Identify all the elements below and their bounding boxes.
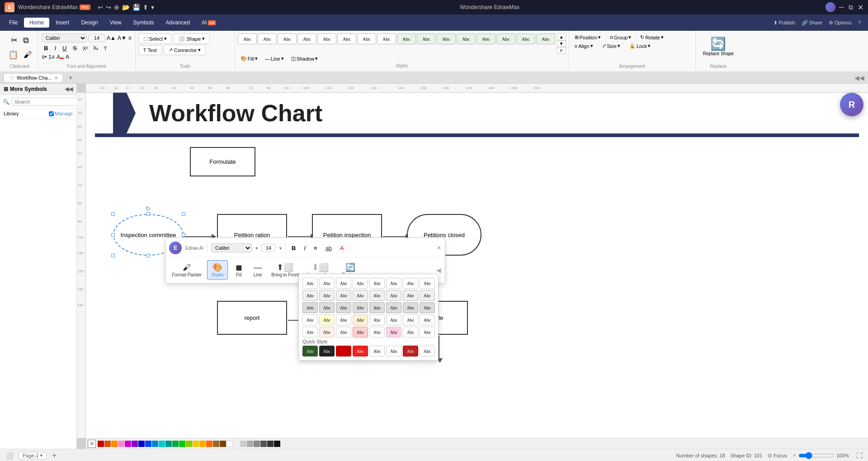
- float-underline[interactable]: ab: [323, 244, 334, 252]
- canvas-area[interactable]: -20 -10 0 10 20 30 40 50 60 70 80 90 100…: [77, 84, 868, 449]
- menu-home[interactable]: Home: [24, 18, 49, 28]
- float-font-size[interactable]: [261, 244, 276, 252]
- add-tab-btn[interactable]: +: [65, 72, 76, 83]
- add-page-btn[interactable]: +: [52, 451, 56, 460]
- float-text-color[interactable]: A: [338, 244, 346, 252]
- float-font-select[interactable]: Calibri: [211, 243, 252, 252]
- undo-btn[interactable]: ↩: [98, 4, 103, 11]
- style-cell-6[interactable]: Abc: [337, 33, 356, 44]
- style-cell-12[interactable]: Abc: [457, 33, 476, 44]
- color-white[interactable]: [226, 441, 233, 447]
- style-cell-1[interactable]: Abc: [238, 33, 257, 44]
- qs-r5c8[interactable]: Abc: [420, 327, 435, 337]
- user-avatar[interactable]: [826, 2, 835, 12]
- fill-btn[interactable]: 🎨Fill▾: [238, 55, 260, 62]
- shadow-btn[interactable]: ◫Shadow▾: [288, 55, 321, 62]
- edraw-ai-icon[interactable]: E: [169, 242, 182, 254]
- position-btn[interactable]: ⊞Position▾: [572, 33, 604, 41]
- qs-r2c5[interactable]: Abc: [369, 290, 385, 301]
- color-cyan[interactable]: [159, 441, 165, 447]
- format-painter-btn[interactable]: 🖌 Format Painter: [169, 261, 204, 279]
- qs-r4c8[interactable]: Abc: [420, 314, 435, 325]
- qs-r1c5[interactable]: Abc: [369, 278, 385, 289]
- new-tab-btn[interactable]: ⊕: [114, 4, 119, 11]
- qs-r6c5[interactable]: Abc: [369, 346, 385, 356]
- format-paste-btn[interactable]: 🖌: [22, 48, 33, 62]
- qs-r6c7[interactable]: Abc: [403, 346, 418, 356]
- menu-ai[interactable]: AI hot: [196, 18, 221, 28]
- save-btn[interactable]: 💾: [132, 4, 140, 11]
- qs-r4c5[interactable]: Abc: [369, 314, 385, 325]
- qs-r4c1[interactable]: Abc: [302, 314, 318, 325]
- float-bold[interactable]: B: [289, 244, 298, 252]
- style-cell-15[interactable]: Abc: [516, 33, 535, 44]
- more-btn[interactable]: ▾: [151, 4, 154, 11]
- cut-btn[interactable]: ✂: [9, 33, 19, 47]
- text-align-btn[interactable]: ≡: [128, 35, 132, 41]
- highlight-btn[interactable]: A: [66, 54, 69, 60]
- collapse-left-btn[interactable]: ◀◀: [65, 86, 73, 92]
- style-cell-11[interactable]: Abc: [437, 33, 456, 44]
- qs-r5c1[interactable]: Abc: [302, 327, 318, 337]
- qs-r4c6[interactable]: Abc: [386, 314, 401, 325]
- color-lgray2[interactable]: [240, 441, 246, 447]
- style-cell-10[interactable]: Abc: [417, 33, 436, 44]
- color-red2[interactable]: [104, 441, 111, 447]
- doc-tab[interactable]: 📄 Workflow Cha... ✕: [4, 73, 63, 82]
- group-btn[interactable]: ⧈Group▾: [607, 33, 634, 41]
- paste-btn[interactable]: 📋: [6, 48, 20, 62]
- page-label[interactable]: Page-1 ▾: [19, 452, 47, 459]
- minimize-btn[interactable]: ─: [839, 3, 844, 11]
- qs-r3c7[interactable]: Abc: [403, 302, 418, 313]
- color-gray1[interactable]: [247, 441, 253, 447]
- collapse-toolbar-btn[interactable]: ◀: [436, 266, 441, 274]
- qs-r6c1[interactable]: Abc: [302, 346, 318, 356]
- color-black[interactable]: [274, 441, 280, 447]
- menu-file[interactable]: File: [4, 18, 23, 28]
- qs-r4c3[interactable]: Abc: [336, 314, 351, 325]
- strikethrough-btn[interactable]: S: [71, 44, 79, 52]
- qs-r6c6[interactable]: Abc: [386, 346, 401, 356]
- color-green1[interactable]: [172, 441, 179, 447]
- style-cell-14[interactable]: Abc: [496, 33, 515, 44]
- style-cell-2[interactable]: Abc: [258, 33, 277, 44]
- qs-r1c2[interactable]: Abc: [319, 278, 335, 289]
- manage-btn[interactable]: Manage: [49, 111, 73, 116]
- qs-r2c3[interactable]: Abc: [336, 290, 351, 301]
- select-btn[interactable]: ⬚Select▾: [138, 33, 172, 44]
- text-btn-ribbon[interactable]: T: [102, 45, 108, 52]
- font-name-select[interactable]: Calibri: [42, 33, 87, 43]
- qs-r6c4[interactable]: Abc: [353, 346, 368, 356]
- fill-action-btn[interactable]: ◼ Fill: [231, 261, 247, 279]
- copy-btn[interactable]: ⧉: [21, 33, 31, 47]
- color-orange2[interactable]: [206, 441, 212, 447]
- qs-r2c7[interactable]: Abc: [403, 290, 418, 301]
- right-ai-panel[interactable]: R: [840, 93, 863, 116]
- styles-action-btn[interactable]: 🎨 Styles: [207, 260, 228, 280]
- menu-insert[interactable]: Insert: [50, 18, 75, 28]
- options-btn[interactable]: ⚙Options: [829, 20, 852, 26]
- size-btn[interactable]: ⤢Size▾: [599, 42, 623, 50]
- color-red1[interactable]: [98, 441, 104, 447]
- qs-r3c4[interactable]: Abc: [353, 302, 368, 313]
- line-action-btn[interactable]: — Line: [250, 261, 266, 279]
- color-lime[interactable]: [186, 441, 192, 447]
- qs-r3c2[interactable]: Abc: [319, 302, 335, 313]
- superscript-btn[interactable]: X²: [81, 45, 90, 52]
- collapse-panel-btn[interactable]: ◀◀: [854, 74, 864, 81]
- menu-symbols[interactable]: Symbols: [128, 18, 160, 28]
- qs-r3c8[interactable]: Abc: [420, 302, 435, 313]
- qs-r1c8[interactable]: Abc: [420, 278, 435, 289]
- qs-r6c8[interactable]: Abc: [420, 346, 435, 356]
- qs-r1c1[interactable]: Abc: [302, 278, 318, 289]
- styles-down-btn[interactable]: ▼: [557, 40, 566, 47]
- color-lgray1[interactable]: [233, 441, 240, 447]
- redo-btn[interactable]: ↪: [106, 4, 111, 11]
- help-btn[interactable]: ?: [858, 20, 861, 25]
- color-orange1[interactable]: [111, 441, 118, 447]
- qs-r2c4[interactable]: Abc: [353, 290, 368, 301]
- style-cell-3[interactable]: Abc: [278, 33, 297, 44]
- color-yellow[interactable]: [193, 441, 199, 447]
- style-cell-9[interactable]: Abc: [397, 33, 416, 44]
- color-brown1[interactable]: [213, 441, 219, 447]
